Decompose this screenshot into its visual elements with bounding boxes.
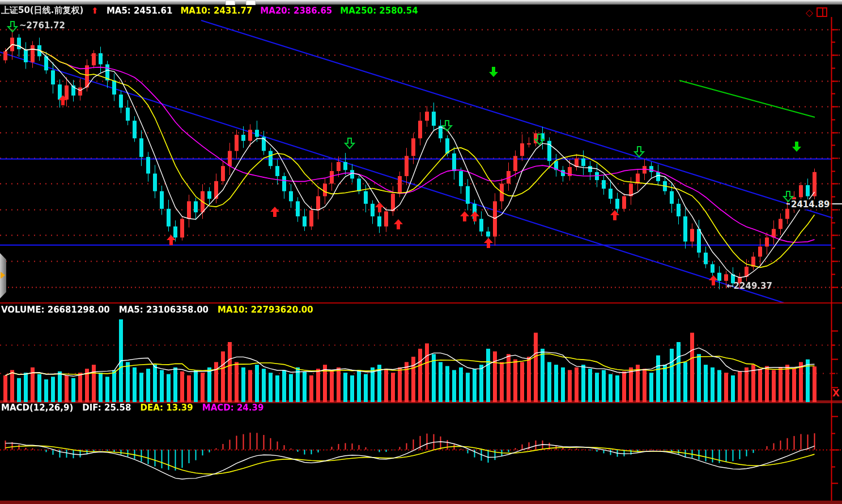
chart-corner-tools: ◇ xyxy=(806,7,827,17)
ma5-value: MA5: 2451.61 xyxy=(107,6,173,16)
volume-ma10: MA10: 22793620.00 xyxy=(218,305,313,315)
trading-app-window: 上证50(日线.前复权) ⬆ MA5: 2451.61 MA10: 2431.7… xyxy=(0,0,842,504)
up-arrow-icon: ⬆ xyxy=(91,6,99,16)
main-chart-header: 上证50(日线.前复权) ⬆ MA5: 2451.61 MA10: 2431.7… xyxy=(1,5,418,16)
titlebar-segment xyxy=(246,0,256,5)
volume-value: VOLUME: 26681298.00 xyxy=(1,305,110,315)
split-window-icon[interactable] xyxy=(817,7,827,17)
ma250-value: MA250: 2580.54 xyxy=(340,6,418,16)
expand-right-icon xyxy=(1,272,5,279)
ma20-value: MA20: 2386.65 xyxy=(260,6,332,16)
left-panel-expander[interactable] xyxy=(0,253,6,298)
dea-value: DEA: 13.39 xyxy=(140,403,193,413)
diamond-icon[interactable]: ◇ xyxy=(806,8,813,16)
chart-canvas[interactable] xyxy=(0,0,842,504)
last-price-label: 2414.89 xyxy=(790,199,831,210)
volume-header: VOLUME: 26681298.00 MA5: 23106358.00 MA1… xyxy=(1,305,313,315)
window-titlebar xyxy=(0,0,842,5)
macd-title: MACD(12,26,9) xyxy=(1,403,73,413)
macd-header: MACD(12,26,9) DIF: 25.58 DEA: 13.39 MACD… xyxy=(1,403,263,413)
volume-ma5: MA5: 23106358.00 xyxy=(119,305,209,315)
dif-value: DIF: 25.58 xyxy=(82,403,131,413)
symbol-title: 上证50(日线.前复权) xyxy=(1,5,83,16)
low-price-annotation: ←2249.37 xyxy=(726,281,772,291)
ma10-value: MA10: 2431.77 xyxy=(180,6,252,16)
titlebar-segment xyxy=(226,0,235,5)
high-price-annotation: ~2761.72 xyxy=(19,20,65,31)
macd-value: MACD: 24.39 xyxy=(202,403,264,413)
volume-corner-x-label: X xyxy=(832,387,840,399)
